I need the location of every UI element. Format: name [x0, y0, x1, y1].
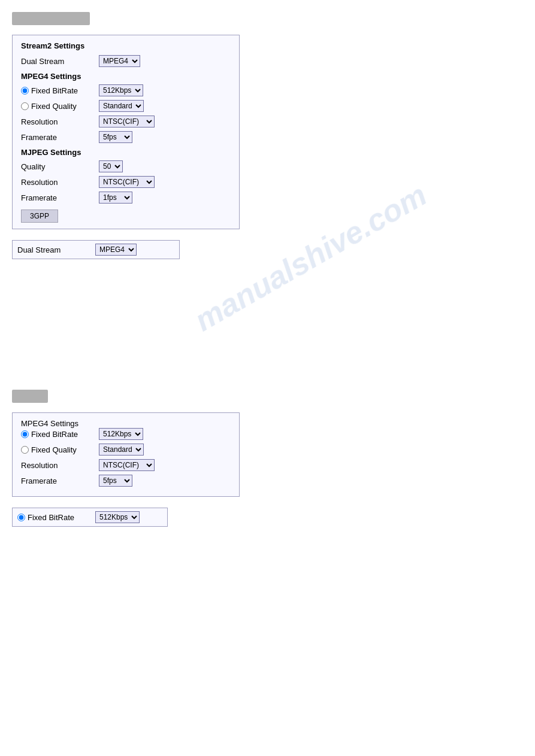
standalone-bitrate-radio-label[interactable]: Fixed BitRate: [17, 513, 95, 522]
framerate-label: Framerate: [21, 133, 99, 142]
quality-row: Quality 50 60 70 80 90: [21, 160, 231, 172]
mpeg4-fixed-bitrate-radio[interactable]: [21, 430, 29, 438]
fixed-quality-radio-label[interactable]: Fixed Quality: [21, 102, 99, 111]
mpeg4-section-title: MPEG4 Settings: [21, 72, 231, 81]
fixed-bitrate-radio[interactable]: [21, 87, 29, 95]
framerate-select[interactable]: 5fps 10fps 15fps 30fps: [99, 131, 132, 143]
quality-label: Quality: [21, 162, 99, 171]
fixed-quality-label-text: Fixed Quality: [31, 102, 77, 111]
standalone-dual-stream-select[interactable]: MPEG4 MJPEG Off: [95, 244, 137, 256]
fixed-quality-row: Fixed Quality Standard Good Excellent: [21, 100, 231, 112]
mjpeg-resolution-label: Resolution: [21, 178, 99, 187]
resolution-row: Resolution NTSC(CIF) PAL(CIF) NTSC(4CIF): [21, 116, 231, 127]
mpeg4-resolution-row: Resolution NTSC(CIF) PAL(CIF) NTSC(4CIF): [21, 459, 231, 471]
mjpeg-resolution-select[interactable]: NTSC(CIF) PAL(CIF) NTSC(4CIF): [99, 176, 155, 188]
mpeg4-fixed-bitrate-label-text: Fixed BitRate: [31, 430, 78, 439]
standalone-bitrate-radio[interactable]: [17, 514, 25, 521]
top-gray-bar: [12, 12, 90, 25]
standalone-bitrate-select[interactable]: 512Kbps 1Mbps 2Mbps 256Kbps: [95, 511, 140, 523]
mpeg4-fixed-quality-row: Fixed Quality Standard Good Excellent: [21, 444, 231, 456]
fixed-bitrate-radio-label[interactable]: Fixed BitRate: [21, 86, 99, 95]
fixed-bitrate-label-text: Fixed BitRate: [31, 86, 78, 95]
mpeg4-settings-title: MPEG4 Settings: [21, 419, 78, 428]
fixed-bitrate-select[interactable]: 512Kbps 1Mbps 2Mbps 256Kbps: [99, 84, 143, 96]
section-gap-1: [12, 270, 523, 390]
mpeg4-fixed-bitrate-radio-label[interactable]: Fixed BitRate: [21, 430, 99, 439]
mjpeg-framerate-row: Framerate 1fps 5fps 10fps: [21, 192, 231, 204]
mpeg4-fixed-bitrate-select[interactable]: 512Kbps 1Mbps 2Mbps 256Kbps: [99, 428, 143, 440]
mpeg4-fixed-quality-radio[interactable]: [21, 446, 29, 454]
mpeg4-framerate-label: Framerate: [21, 476, 99, 485]
stream2-settings-box: Stream2 Settings Dual Stream MPEG4 MJPEG…: [12, 35, 240, 229]
btn-3gpp[interactable]: 3GPP: [21, 210, 58, 223]
mjpeg-resolution-row: Resolution NTSC(CIF) PAL(CIF) NTSC(4CIF): [21, 176, 231, 188]
standalone-bitrate-label-text: Fixed BitRate: [28, 513, 74, 522]
standalone-bitrate-row: Fixed BitRate 512Kbps 1Mbps 2Mbps 256Kbp…: [12, 508, 168, 527]
mpeg4-resolution-select[interactable]: NTSC(CIF) PAL(CIF) NTSC(4CIF): [99, 459, 155, 471]
standalone-dual-stream-label: Dual Stream: [17, 245, 95, 254]
mjpeg-framerate-label: Framerate: [21, 193, 99, 202]
mpeg4-resolution-label: Resolution: [21, 461, 99, 470]
mpeg4-fixed-quality-radio-label[interactable]: Fixed Quality: [21, 445, 99, 454]
resolution-select[interactable]: NTSC(CIF) PAL(CIF) NTSC(4CIF): [99, 116, 155, 127]
standalone-dual-stream-row: Dual Stream MPEG4 MJPEG Off: [12, 240, 180, 259]
quality-select[interactable]: 50 60 70 80 90: [99, 160, 123, 172]
fixed-quality-radio[interactable]: [21, 102, 29, 110]
stream2-settings-title: Stream2 Settings: [21, 41, 231, 50]
fixed-bitrate-row: Fixed BitRate 512Kbps 1Mbps 2Mbps 256Kbp…: [21, 84, 231, 96]
mpeg4-framerate-select[interactable]: 5fps 10fps 15fps 30fps: [99, 475, 132, 487]
mjpeg-section-title: MJPEG Settings: [21, 148, 231, 157]
mjpeg-framerate-select[interactable]: 1fps 5fps 10fps: [99, 192, 132, 204]
mpeg4-settings-box: MPEG4 Settings Fixed BitRate 512Kbps 1Mb…: [12, 412, 240, 497]
dual-stream-select[interactable]: MPEG4 MJPEG Off: [99, 55, 140, 67]
mpeg4-fixed-quality-select[interactable]: Standard Good Excellent: [99, 444, 144, 456]
fixed-quality-select[interactable]: Standard Good Excellent: [99, 100, 144, 112]
small-gray-bar: [12, 390, 48, 403]
mpeg4-fixed-quality-label-text: Fixed Quality: [31, 445, 77, 454]
mpeg4-framerate-row: Framerate 5fps 10fps 15fps 30fps: [21, 475, 231, 487]
dual-stream-label: Dual Stream: [21, 57, 99, 66]
dual-stream-row: Dual Stream MPEG4 MJPEG Off: [21, 55, 231, 67]
framerate-row: Framerate 5fps 10fps 15fps 30fps: [21, 131, 231, 143]
mpeg4-fixed-bitrate-row: Fixed BitRate 512Kbps 1Mbps 2Mbps 256Kbp…: [21, 428, 231, 440]
resolution-label: Resolution: [21, 117, 99, 126]
